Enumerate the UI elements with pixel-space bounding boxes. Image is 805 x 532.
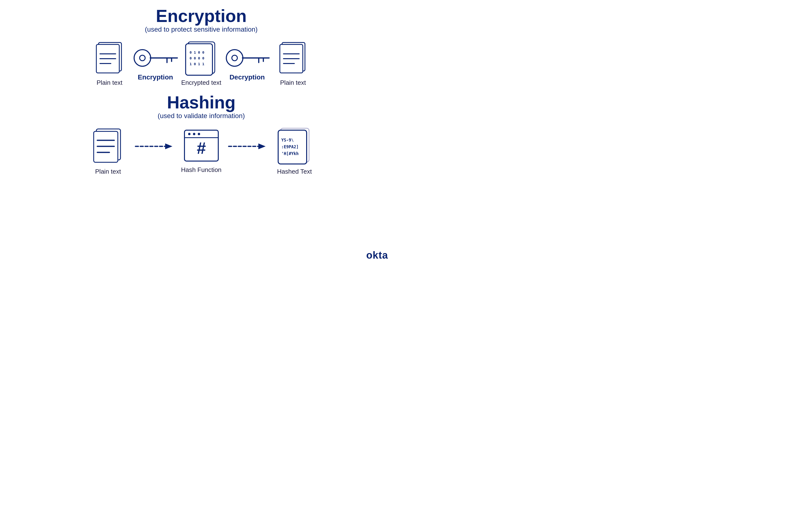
encryption-key-wrap [131, 46, 180, 70]
hash-function-label: Hash Function [181, 166, 222, 174]
svg-text:'H[#Ykh: 'H[#Ykh [281, 151, 299, 156]
dashed-arrow-icon-1 [134, 139, 175, 154]
encrypted-box: 0 1 0 0 0 0 0 0 1 0 1 1 [185, 41, 218, 76]
okta-logo: okta [366, 249, 388, 261]
svg-point-15 [226, 50, 243, 66]
encrypted-text-label: Encrypted text [181, 79, 221, 87]
svg-point-36 [198, 133, 200, 135]
dashed-arrow-1 [134, 139, 175, 154]
svg-point-5 [134, 50, 151, 66]
page: Encryption (used to protect sensitive in… [0, 0, 402, 266]
encrypted-text-item: 0 1 0 0 0 0 0 0 1 0 1 1 Encrypted text [180, 41, 223, 87]
plain-text-1-label: Plain text [97, 79, 122, 87]
encryption-section: Encryption (used to protect sensitive in… [15, 7, 388, 87]
svg-point-6 [139, 55, 145, 61]
okta-logo-text: okta [366, 249, 388, 261]
svg-point-34 [188, 133, 191, 135]
dashed-arrow-2 [227, 139, 268, 154]
decryption-label: Decryption [229, 73, 265, 81]
decryption-key-wrap [223, 46, 271, 70]
hash-plain-text-label: Plain text [95, 168, 121, 175]
svg-marker-31 [165, 144, 172, 149]
svg-text::E9PA2]: :E9PA2] [281, 145, 299, 149]
encryption-label: Encryption [138, 73, 173, 81]
hash-plain-text-doc: Plain text [87, 127, 130, 175]
encrypted-doc-icon: 0 1 0 0 0 0 0 0 1 0 1 1 [185, 40, 218, 76]
svg-text:0 0 0 0: 0 0 0 0 [190, 56, 204, 60]
hashing-subtitle: (used to validate information) [158, 112, 245, 120]
svg-point-35 [193, 133, 195, 135]
encryption-flow-row: Plain text Encryption [15, 41, 388, 87]
encryption-subtitle: (used to protect sensitive information) [145, 25, 257, 33]
svg-point-16 [232, 55, 237, 61]
browser-hash-icon: # [183, 129, 219, 163]
svg-text:#: # [197, 139, 206, 157]
hash-function-item: # Hash Function [180, 129, 223, 174]
decryption-key-item: Decryption [223, 46, 271, 81]
svg-marker-39 [258, 144, 266, 149]
encryption-key-item: Encryption [131, 46, 180, 81]
svg-text:YS-9\: YS-9\ [281, 138, 293, 142]
dashed-arrow-icon-2 [227, 139, 268, 154]
document-icon-1 [95, 41, 124, 76]
hashing-section: Hashing (used to validate information) P… [15, 94, 388, 175]
plain-text-2-label: Plain text [280, 79, 306, 87]
hashing-title: Hashing [167, 94, 235, 111]
hashed-output-icon: YS-9\ :E9PA2] 'H[#Ykh [277, 127, 312, 165]
svg-text:0 1 0 0: 0 1 0 0 [190, 50, 204, 54]
plain-text-doc-2: Plain text [271, 41, 315, 87]
plain-text-doc-1: Plain text [88, 41, 131, 87]
svg-text:1 0 1 1: 1 0 1 1 [190, 62, 204, 66]
encryption-key-icon [131, 45, 180, 71]
document-icon-2 [279, 41, 308, 76]
hashing-flow-row: Plain text [15, 127, 388, 175]
hashed-text-label: Hashed Text [277, 168, 312, 175]
hashed-text-item: YS-9\ :E9PA2] 'H[#Ykh Hashed Text [273, 127, 316, 175]
encryption-title: Encryption [156, 7, 247, 25]
decryption-key-icon [223, 45, 271, 71]
hash-document-icon [93, 127, 124, 165]
